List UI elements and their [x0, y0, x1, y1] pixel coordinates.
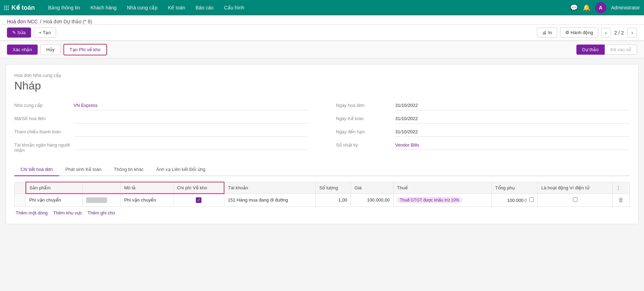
row-delete[interactable]: 🗑 — [613, 194, 630, 206]
nav-menu: Bảng thông tin Khách hàng Nhà cung cấp K… — [43, 3, 569, 13]
row-description[interactable]: Phí vận chuyển — [121, 194, 174, 206]
accounting-date-value[interactable]: 31/10/2022 — [395, 114, 630, 124]
create-button[interactable]: + Tạo — [34, 27, 56, 38]
invoice-code-label: Mã/Số hoá đơn — [14, 114, 74, 121]
form-right: Ngày hoá đơn 31/10/2022 Ngày Kế toán 31/… — [322, 101, 630, 155]
row-quantity[interactable]: 1,00 — [316, 194, 351, 206]
main-content: Hoá đơn Nhà cung cấp Nháp Nhà cung cấp V… — [6, 64, 638, 224]
add-section-link[interactable]: Thêm khu vực — [53, 210, 82, 215]
invoice-code-row: Mã/Số hoá đơn — [14, 114, 308, 125]
invoice-date-row: Ngày hoá đơn 31/10/2022 — [336, 101, 630, 112]
supplier-value[interactable]: VN Express — [74, 101, 308, 110]
bell-icon[interactable]: 🔔 — [583, 4, 590, 11]
row-ewallet[interactable] — [538, 194, 613, 206]
col-header-price: Giá — [351, 182, 393, 194]
row-subtotal[interactable]: 100.000đ — [491, 194, 538, 206]
col-header-tax: Thuế — [393, 182, 491, 194]
row-price[interactable]: 100.000,00 — [351, 194, 393, 206]
toolbar: ✎ Sửa + Tạo 🖨 In ⚙ Hành động ‹ 2 / 2 › — [0, 25, 644, 41]
col-header-product: Sản phẩm — [26, 182, 83, 194]
document-title: Nháp — [14, 79, 630, 92]
row-tax[interactable]: Thuế GTGT được khấu trừ 10% — [393, 194, 491, 206]
journal-label: Số nhật ký — [336, 140, 395, 148]
table-footer: Thêm một dòng Thêm khu vực Thêm ghi chú — [14, 207, 630, 215]
bank-account-value[interactable] — [74, 140, 308, 150]
row-product2[interactable] — [82, 194, 121, 206]
col-header-rownum — [15, 182, 26, 194]
tab-invoice-detail[interactable]: Chi tiết hoá đơn — [14, 163, 59, 176]
warehouse-button[interactable]: Tạo Phí về kho — [63, 44, 107, 55]
nav-item-suppliers[interactable]: Nhà cung cấp — [122, 3, 162, 13]
accounting-date-row: Ngày Kế toán 31/10/2022 — [336, 114, 630, 125]
breadcrumb-current: Hoá đơn Dự thảo (* 6) — [43, 19, 92, 24]
col-header-account: Tài khoản — [224, 182, 316, 194]
supplier-label: Nhà cung cấp — [14, 101, 74, 108]
bank-account-label: Tài khoản ngân hàng người nhận — [14, 140, 74, 153]
prev-page-button[interactable]: ‹ — [601, 28, 611, 38]
nav-item-customers[interactable]: Khách hàng — [86, 3, 122, 13]
warehouse-checkbox[interactable]: ✓ — [196, 197, 201, 203]
print-button[interactable]: 🖨 In — [537, 27, 557, 38]
edit-button[interactable]: ✎ Sửa — [7, 27, 31, 38]
ewallet-checkbox[interactable] — [573, 197, 577, 202]
tab-other-info[interactable]: Thông tin khác — [108, 163, 150, 176]
col-header-action: ⋮ — [613, 182, 630, 194]
breadcrumb-separator: / — [40, 19, 41, 24]
nav-item-dashboard[interactable]: Bảng thông tin — [43, 3, 85, 13]
bank-account-row: Tài khoản ngân hàng người nhận — [14, 140, 308, 153]
invoice-date-value[interactable]: 31/10/2022 — [395, 101, 630, 110]
tabs: Chi tiết hoá đơn Phát sinh Kế toán Thông… — [14, 163, 630, 176]
nav-item-reports[interactable]: Báo cáo — [191, 3, 218, 13]
row-account[interactable]: 151 Hàng mua đang đi đường — [224, 194, 316, 206]
invoice-table: Sản phẩm Mô tả Chi phí Về kho Tài khoản … — [14, 182, 630, 207]
form-fields: Nhà cung cấp VN Express Mã/Số hoá đơn Th… — [14, 101, 630, 155]
chat-icon[interactable]: 💬 — [570, 4, 578, 11]
row-warehouse-cost[interactable]: ✓ — [174, 194, 224, 206]
tax-badge: Thuế GTGT được khấu trừ 10% — [397, 197, 462, 203]
action-button[interactable]: ⚙ Hành động — [560, 27, 598, 38]
brand-name: Kế toán — [12, 4, 35, 11]
add-note-link[interactable]: Thêm ghi chú — [87, 210, 115, 215]
accounting-date-label: Ngày Kế toán — [336, 114, 395, 121]
app-brand[interactable]: Kế toán — [4, 4, 35, 11]
table-row: Phí vận chuyển Phí vận chuyển ✓ 151 Hàng… — [15, 194, 630, 206]
status-badges: Dự thảo Đã vào sổ — [576, 45, 637, 55]
next-page-button[interactable]: › — [627, 28, 637, 38]
col-header-warehouse-cost: Chi phí Về kho — [174, 182, 224, 194]
nav-right: 💬 🔔 A Administrator — [570, 2, 640, 13]
confirm-button[interactable]: Xác nhận — [7, 45, 38, 55]
col-header-description: Mô tả — [121, 182, 174, 194]
nav-item-config[interactable]: Cấu hình — [219, 3, 249, 13]
add-row-link[interactable]: Thêm một dòng — [16, 210, 48, 215]
grid-icon — [4, 6, 9, 10]
row-product[interactable]: Phí vận chuyển — [26, 194, 83, 206]
col-header-subtotal: Tổng phụ — [491, 182, 538, 194]
invoice-code-value[interactable] — [74, 114, 308, 124]
pagination: ‹ 2 / 2 › — [601, 28, 637, 38]
journal-row: Số nhật ký Vendor Bills — [336, 140, 630, 151]
table-header-row: Sản phẩm Mô tả Chi phí Về kho Tài khoản … — [15, 182, 630, 194]
due-date-value[interactable]: 31/10/2022 — [395, 127, 630, 137]
ewallet-checkbox-inline[interactable] — [529, 197, 534, 202]
due-date-label: Ngày đến hạn — [336, 127, 395, 134]
journal-value[interactable]: Vendor Bills — [395, 140, 630, 150]
nav-item-accounting[interactable]: Kế toán — [163, 3, 190, 13]
status-draft-badge[interactable]: Dự thảo — [576, 45, 605, 55]
cancel-button[interactable]: Hủy — [40, 44, 61, 55]
payment-ref-value[interactable] — [74, 127, 308, 137]
col-header-quantity: Số lượng — [316, 182, 351, 194]
admin-name[interactable]: Administrator — [611, 5, 640, 10]
avatar[interactable]: A — [595, 2, 606, 13]
delete-row-button[interactable]: 🗑 — [616, 196, 626, 204]
supplier-row: Nhà cung cấp VN Express — [14, 101, 308, 112]
due-date-row: Ngày đến hạn 31/10/2022 — [336, 127, 630, 138]
top-navigation: Kế toán Bảng thông tin Khách hàng Nhà cu… — [0, 0, 644, 15]
invoice-date-label: Ngày hoá đơn — [336, 101, 395, 108]
tab-accounting[interactable]: Phát sinh Kế toán — [59, 163, 108, 176]
col-header-product2 — [82, 182, 121, 194]
col-header-ewallet: Là hoạt động Ví điện tử — [538, 182, 613, 194]
breadcrumb-parent[interactable]: Hoá đơn NCC — [7, 19, 38, 24]
breadcrumb: Hoá đơn NCC / Hoá đơn Dự thảo (* 6) — [0, 15, 644, 25]
status-posted-badge[interactable]: Đã vào sổ — [605, 45, 637, 55]
tab-mapping[interactable]: Ánh xạ Liên kết Đối ứng — [150, 163, 212, 176]
